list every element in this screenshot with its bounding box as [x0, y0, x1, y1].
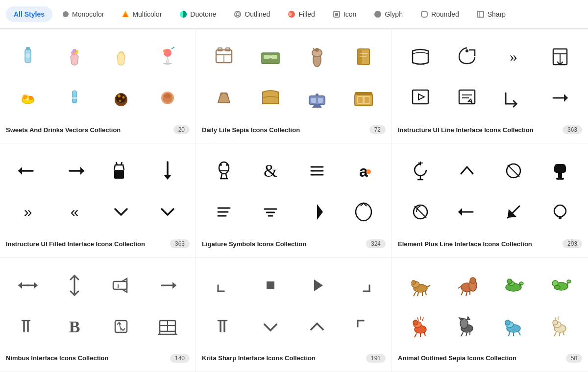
- icon-cell[interactable]: B: [52, 307, 97, 346]
- svg-rect-69: [413, 90, 428, 104]
- icon-cell[interactable]: [295, 37, 340, 76]
- svg-rect-80: [114, 170, 124, 179]
- icon-cell[interactable]: [99, 78, 144, 117]
- icon-cell[interactable]: [538, 192, 582, 232]
- icon-cell[interactable]: [202, 151, 246, 190]
- collection-footer-instructure-line: Instructure UI Line Interface Icons Coll…: [398, 123, 582, 134]
- icon-cell[interactable]: [444, 151, 489, 190]
- collection-count[interactable]: 324: [366, 239, 386, 248]
- icon-cell[interactable]: [491, 192, 536, 232]
- nav-duotone[interactable]: Duotone: [172, 6, 224, 22]
- icon-cell[interactable]: [538, 307, 582, 346]
- icon-cell[interactable]: [491, 78, 536, 117]
- icon-cell[interactable]: [444, 266, 489, 305]
- svg-point-5: [236, 13, 239, 16]
- icon-cell[interactable]: [202, 192, 246, 232]
- icon-cell[interactable]: [444, 192, 489, 232]
- icon-cell[interactable]: [99, 266, 144, 305]
- icon-cell[interactable]: a: [341, 151, 386, 190]
- nav-glyph[interactable]: Glyph: [366, 6, 411, 22]
- icon-cell[interactable]: »: [6, 192, 50, 232]
- nav-icon[interactable]: Icon: [325, 6, 364, 22]
- icon-cell[interactable]: [248, 266, 293, 305]
- icon-cell[interactable]: [6, 266, 50, 305]
- outlined-icon: [234, 10, 242, 18]
- collection-name: Ligature Symbols Icons Collection: [202, 240, 306, 248]
- collection-count[interactable]: 363: [170, 239, 190, 248]
- icon-cell[interactable]: [398, 151, 442, 190]
- icon-cell[interactable]: [444, 37, 489, 76]
- icon-cell[interactable]: [145, 78, 190, 117]
- icon-cell[interactable]: [52, 78, 97, 117]
- icon-cell[interactable]: [398, 266, 442, 305]
- icon-cell[interactable]: «: [52, 192, 97, 232]
- icon-cell[interactable]: [491, 307, 536, 346]
- nav-multicolor[interactable]: Multicolor: [114, 6, 170, 22]
- nav-filled[interactable]: Filled: [280, 6, 322, 22]
- icon-cell[interactable]: [202, 37, 246, 76]
- icon-cell[interactable]: [341, 37, 386, 76]
- collection-count[interactable]: 293: [563, 239, 582, 248]
- icon-cell[interactable]: [52, 266, 97, 305]
- icon-cell[interactable]: [202, 307, 246, 346]
- icon-cell[interactable]: [295, 192, 340, 232]
- icon-cell[interactable]: &: [248, 151, 293, 190]
- icon-cell[interactable]: [52, 37, 97, 76]
- icon-cell[interactable]: [248, 78, 293, 117]
- icon-cell[interactable]: [99, 192, 144, 232]
- icon-cell[interactable]: [491, 266, 536, 305]
- icon-cell[interactable]: [295, 151, 340, 190]
- collection-count[interactable]: 50: [566, 354, 582, 363]
- collection-count[interactable]: 140: [170, 354, 190, 363]
- icon-cell[interactable]: [444, 307, 489, 346]
- icon-cell[interactable]: [341, 266, 386, 305]
- collection-count[interactable]: 72: [369, 125, 386, 134]
- icon-cell[interactable]: [248, 307, 293, 346]
- icon-cell[interactable]: [145, 307, 190, 346]
- icon-cell[interactable]: [295, 78, 340, 117]
- icon-cell[interactable]: [491, 151, 536, 190]
- icon-cell[interactable]: [6, 78, 50, 117]
- icon-cell[interactable]: [295, 307, 340, 346]
- icon-cell[interactable]: [398, 37, 442, 76]
- icon-cell[interactable]: [248, 37, 293, 76]
- icon-cell[interactable]: [398, 192, 442, 232]
- collection-footer-nimbus: Nimbus Interface Icons Collection 140: [6, 352, 190, 363]
- nav-rounded[interactable]: Rounded: [413, 6, 467, 22]
- icon-cell[interactable]: [341, 192, 386, 232]
- icon-cell[interactable]: [52, 151, 97, 190]
- icon-cell[interactable]: [6, 151, 50, 190]
- collection-count[interactable]: 363: [563, 125, 582, 134]
- collection-count[interactable]: 20: [173, 125, 190, 134]
- icon-cell[interactable]: [145, 192, 190, 232]
- icon-cell[interactable]: [398, 78, 442, 117]
- icon-cell[interactable]: [202, 78, 246, 117]
- icon-cell[interactable]: [538, 78, 582, 117]
- icon-cell[interactable]: [248, 192, 293, 232]
- icon-cell[interactable]: [99, 37, 144, 76]
- nav-outlined[interactable]: Outlined: [226, 6, 278, 22]
- icon-cell[interactable]: [202, 266, 246, 305]
- collection-count[interactable]: 191: [366, 354, 386, 363]
- icon-cell[interactable]: [538, 266, 582, 305]
- icon-cell[interactable]: [99, 307, 144, 346]
- icon-cell[interactable]: [6, 37, 50, 76]
- icon-cell[interactable]: [398, 307, 442, 346]
- icon-cell[interactable]: [99, 151, 144, 190]
- icon-cell[interactable]: [295, 266, 340, 305]
- icon-cell[interactable]: [538, 37, 582, 76]
- icon-cell[interactable]: [538, 151, 582, 190]
- icon-cell[interactable]: [145, 266, 190, 305]
- nav-monocolor[interactable]: Monocolor: [54, 6, 112, 22]
- icon-cell[interactable]: [145, 151, 190, 190]
- nav-all-styles[interactable]: All Styles: [6, 6, 52, 22]
- icon-cell[interactable]: [341, 307, 386, 346]
- icon-cell[interactable]: [444, 78, 489, 117]
- icon-cell[interactable]: [341, 78, 386, 117]
- icon-cell[interactable]: [145, 37, 190, 76]
- nav-sharp[interactable]: Sharp: [469, 6, 514, 22]
- icon-cell[interactable]: »: [491, 37, 536, 76]
- svg-point-99: [366, 169, 371, 174]
- icon-cell[interactable]: [6, 307, 50, 346]
- sharp-label: Sharp: [488, 10, 506, 18]
